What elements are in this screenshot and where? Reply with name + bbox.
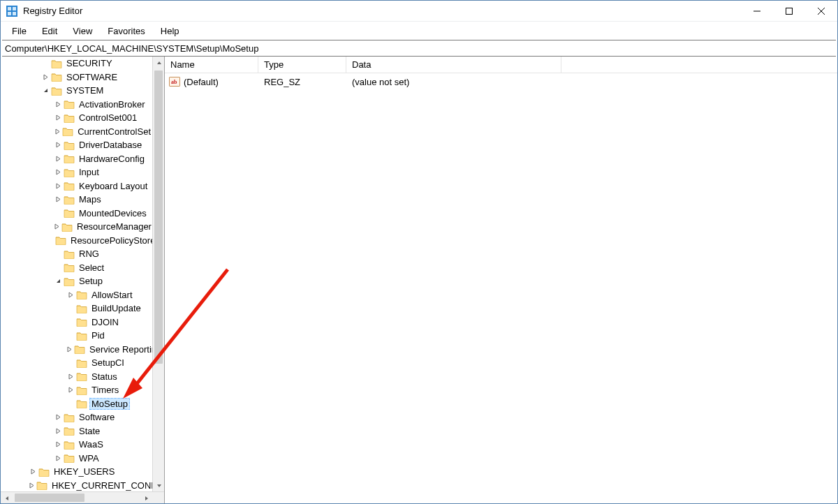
scroll-right-button[interactable] <box>140 492 152 503</box>
tree-vertical-scrollbar[interactable] <box>152 57 164 491</box>
tree-item-label: BuildUpdate <box>90 303 142 313</box>
tree-item[interactable]: State <box>1 424 152 438</box>
tree-item-label: HKEY_CURRENT_CONFIG <box>50 480 152 491</box>
scroll-thumb[interactable] <box>15 494 84 502</box>
expand-icon[interactable] <box>54 195 62 204</box>
collapse-icon[interactable] <box>54 277 62 286</box>
values-list[interactable]: ab (Default)REG_SZ(value not set) <box>165 73 837 503</box>
tree-item[interactable]: Setup <box>1 274 152 288</box>
folder-icon <box>76 304 87 313</box>
tree-item[interactable]: ControlSet001 <box>1 111 152 125</box>
body: SECURITY SOFTWARE SYSTEM ActivationBroke… <box>1 57 837 503</box>
tree-item[interactable]: HardwareConfig <box>1 152 152 166</box>
collapse-icon[interactable] <box>41 87 50 95</box>
tree-item[interactable]: ActivationBroker <box>1 98 152 112</box>
tree-item[interactable]: MoSetup <box>1 397 152 411</box>
maximize-button[interactable] <box>773 1 805 21</box>
tree-item[interactable]: Keyboard Layout <box>1 179 152 193</box>
tree-pane: SECURITY SOFTWARE SYSTEM ActivationBroke… <box>1 57 165 503</box>
column-data[interactable]: Data <box>346 57 561 73</box>
tree-item[interactable]: DriverDatabase <box>1 138 152 152</box>
expand-icon[interactable] <box>54 154 62 163</box>
expand-icon[interactable] <box>54 141 62 149</box>
folder-icon <box>64 154 75 163</box>
close-button[interactable] <box>805 1 837 21</box>
window-controls <box>741 1 837 21</box>
menu-help[interactable]: Help <box>154 24 186 38</box>
tree-item[interactable]: SOFTWARE <box>1 71 152 84</box>
expand-icon[interactable] <box>66 345 73 353</box>
folder-icon <box>36 480 47 490</box>
tree-item[interactable]: ResourceManager <box>1 220 152 234</box>
tree-item[interactable]: SetupCI <box>1 356 152 370</box>
scroll-up-button[interactable] <box>153 57 164 68</box>
tree-item[interactable]: RNG <box>1 247 152 261</box>
expand-icon[interactable] <box>54 413 62 422</box>
tree-item[interactable]: Select <box>1 261 152 275</box>
folder-icon <box>76 358 87 368</box>
tree-item-label: Service Reporting <box>88 344 152 355</box>
tree-item[interactable]: Maps <box>1 193 152 207</box>
scroll-left-button[interactable] <box>1 492 13 503</box>
menu-favorites[interactable]: Favorites <box>101 24 152 38</box>
expand-icon[interactable] <box>54 181 62 190</box>
folder-icon <box>76 399 87 408</box>
expand-icon[interactable] <box>29 481 35 489</box>
minimize-button[interactable] <box>741 1 773 21</box>
tree-item[interactable]: WaaS <box>1 438 152 452</box>
tree-item[interactable]: DJOIN <box>1 316 152 329</box>
tree-item[interactable]: AllowStart <box>1 288 152 302</box>
folder-icon <box>61 222 73 232</box>
menu-view[interactable]: View <box>66 24 99 38</box>
expand-icon[interactable] <box>29 468 37 476</box>
expand-icon[interactable] <box>66 290 75 299</box>
tree-item-label: Software <box>78 412 116 422</box>
svg-text:ab: ab <box>171 79 177 85</box>
tree-item[interactable]: Software <box>1 410 152 424</box>
tree-item[interactable]: BuildUpdate <box>1 302 152 316</box>
tree-item[interactable]: MountedDevices <box>1 207 152 221</box>
tree-item-label: SetupCI <box>90 357 126 368</box>
expand-icon[interactable] <box>54 223 60 231</box>
expand-icon[interactable] <box>66 386 75 394</box>
tree-item[interactable]: Pid <box>1 329 152 343</box>
tree-item[interactable]: HKEY_USERS <box>1 465 152 479</box>
tree-item[interactable]: Status <box>1 370 152 384</box>
scroll-thumb[interactable] <box>154 71 163 364</box>
folder-icon <box>76 290 87 299</box>
expand-icon[interactable] <box>54 127 61 135</box>
scroll-corner <box>152 492 164 503</box>
tree-item[interactable]: Timers <box>1 383 152 397</box>
registry-tree[interactable]: SECURITY SOFTWARE SYSTEM ActivationBroke… <box>1 57 152 503</box>
column-type[interactable]: Type <box>258 57 346 73</box>
tree-item[interactable]: SECURITY <box>1 57 152 71</box>
tree-item[interactable]: SYSTEM <box>1 84 152 98</box>
menu-file[interactable]: File <box>5 24 34 38</box>
folder-icon <box>64 168 75 177</box>
address-bar[interactable]: Computer\HKEY_LOCAL_MACHINE\SYSTEM\Setup… <box>2 40 836 57</box>
expand-icon[interactable] <box>54 454 62 462</box>
expand-icon[interactable] <box>54 440 62 449</box>
tree-item[interactable]: Input <box>1 165 152 179</box>
column-headers: Name Type Data <box>165 57 837 73</box>
tree-item[interactable]: CurrentControlSet <box>1 125 152 139</box>
expand-icon[interactable] <box>54 100 62 108</box>
expand-icon[interactable] <box>54 168 62 177</box>
value-row[interactable]: ab (Default)REG_SZ(value not set) <box>165 73 837 90</box>
tree-item[interactable]: WPA <box>1 452 152 466</box>
folder-icon <box>64 276 75 286</box>
folder-icon <box>76 317 87 327</box>
tree-horizontal-scrollbar[interactable] <box>1 491 164 503</box>
scroll-down-button[interactable] <box>153 480 164 491</box>
column-name[interactable]: Name <box>165 57 258 73</box>
menu-edit[interactable]: Edit <box>35 24 64 38</box>
expand-icon[interactable] <box>41 73 50 81</box>
tree-item-label: SYSTEM <box>65 85 105 96</box>
tree-item[interactable]: ResourcePolicyStore <box>1 234 152 248</box>
folder-icon <box>62 126 73 136</box>
expand-icon[interactable] <box>54 114 62 122</box>
expand-icon[interactable] <box>66 372 75 380</box>
expand-icon[interactable] <box>54 427 62 435</box>
tree-item[interactable]: HKEY_CURRENT_CONFIG <box>1 479 152 493</box>
tree-item[interactable]: Service Reporting <box>1 343 152 357</box>
